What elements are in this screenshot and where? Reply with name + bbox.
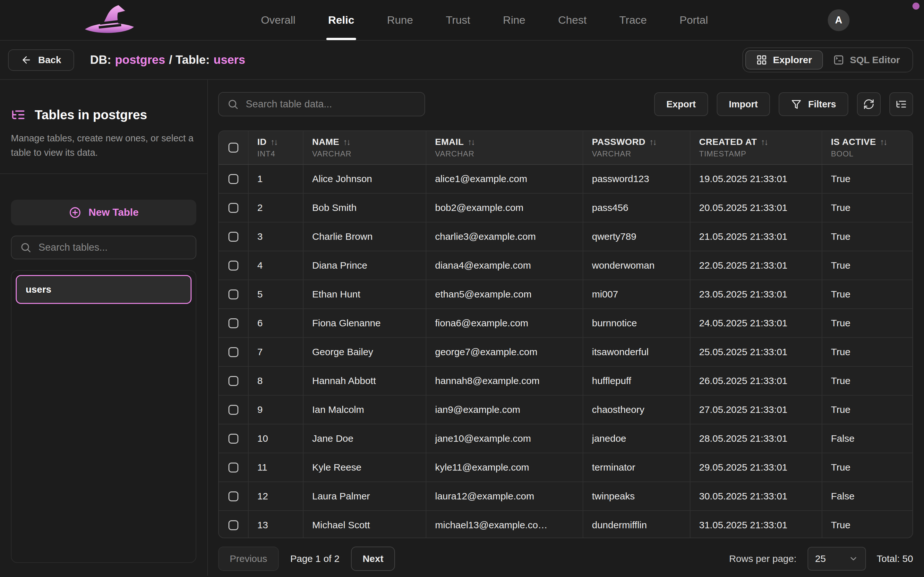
tab-rine[interactable]: Rine xyxy=(503,0,525,40)
explorer-label: Explorer xyxy=(773,55,812,65)
cell-email: michael13@example.co… xyxy=(426,511,583,538)
rows-per-page-select[interactable]: 25 xyxy=(808,547,866,571)
cell-email: diana4@example.com xyxy=(426,251,583,279)
cell-created-at: 29.05.2025 21:33:01 xyxy=(690,453,822,482)
corner-dot xyxy=(913,3,919,10)
cell-created-at: 28.05.2025 21:33:01 xyxy=(690,424,822,453)
cell-created-at: 23.05.2025 21:33:01 xyxy=(690,280,822,308)
back-button[interactable]: Back xyxy=(8,49,74,71)
row-checkbox[interactable] xyxy=(228,492,238,501)
filters-button[interactable]: Filters xyxy=(779,92,848,116)
schema-view-button[interactable] xyxy=(889,92,913,116)
row-checkbox[interactable] xyxy=(228,261,238,271)
tab-label: Overall xyxy=(261,14,296,26)
tab-trace[interactable]: Trace xyxy=(619,0,647,40)
cell-name: Alice Johnson xyxy=(303,165,426,193)
table-row: 6 Fiona Glenanne fiona6@example.com burn… xyxy=(219,309,913,338)
data-search xyxy=(218,92,425,116)
sort-icon[interactable]: ↑↓ xyxy=(649,137,656,147)
breadcrumb-bar: Back DB: postgres / Table: users Explore… xyxy=(0,41,924,80)
sort-icon[interactable]: ↑↓ xyxy=(343,137,350,147)
select-all-checkbox[interactable] xyxy=(228,143,238,153)
cell-created-at: 31.05.2025 21:33:01 xyxy=(690,511,822,538)
rows-per-page-value: 25 xyxy=(815,553,826,564)
row-checkbox[interactable] xyxy=(228,318,238,328)
cell-created-at: 21.05.2025 21:33:01 xyxy=(690,222,822,251)
main-panel: Export Import Filters xyxy=(208,80,924,576)
new-table-button[interactable]: New Table xyxy=(11,200,196,226)
row-checkbox[interactable] xyxy=(228,376,238,386)
previous-page-button[interactable]: Previous xyxy=(218,546,279,571)
sort-icon[interactable]: ↑↓ xyxy=(270,137,277,147)
cell-id: 12 xyxy=(248,482,303,510)
import-button[interactable]: Import xyxy=(717,92,770,116)
total-count: Total: 50 xyxy=(877,553,913,564)
avatar[interactable]: A xyxy=(828,9,850,31)
cell-created-at: 26.05.2025 21:33:01 xyxy=(690,367,822,395)
sort-icon[interactable]: ↑↓ xyxy=(761,137,767,147)
row-checkbox[interactable] xyxy=(228,463,238,472)
cell-created-at: 22.05.2025 21:33:01 xyxy=(690,251,822,279)
cell-name: George Bailey xyxy=(303,338,426,366)
tab-label: Trust xyxy=(446,14,470,26)
row-checkbox[interactable] xyxy=(228,232,238,242)
row-checkbox[interactable] xyxy=(228,520,238,530)
table-row: 1 Alice Johnson alice1@example.com passw… xyxy=(219,165,913,193)
arrow-left-icon xyxy=(21,55,32,65)
column-header-name[interactable]: NAME ↑↓ VARCHAR xyxy=(303,131,426,164)
row-checkbox[interactable] xyxy=(228,203,238,213)
table-toolbar: Export Import Filters xyxy=(218,92,913,116)
tab-chest[interactable]: Chest xyxy=(558,0,587,40)
row-checkbox[interactable] xyxy=(228,405,238,415)
column-header-created-at[interactable]: CREATED AT ↑↓ TIMESTAMP xyxy=(690,131,822,164)
app-logo[interactable] xyxy=(82,5,141,36)
sidebar-table-item-users[interactable]: users xyxy=(16,275,192,304)
cell-is-active: True xyxy=(822,251,913,279)
filters-label: Filters xyxy=(808,99,836,110)
column-type: VARCHAR xyxy=(312,149,417,158)
cell-password: twinpeaks xyxy=(583,482,690,510)
cell-password: terminator xyxy=(583,453,690,482)
export-label: Export xyxy=(666,99,696,110)
column-header-id[interactable]: ID ↑↓ INT4 xyxy=(248,131,303,164)
terminal-icon xyxy=(833,55,844,65)
cell-is-active: True xyxy=(822,511,913,538)
row-checkbox[interactable] xyxy=(228,347,238,357)
tab-overall[interactable]: Overall xyxy=(261,0,296,40)
row-checkbox[interactable] xyxy=(228,290,238,300)
cell-email: fiona6@example.com xyxy=(426,309,583,337)
tab-portal[interactable]: Portal xyxy=(680,0,708,40)
column-name: CREATED AT xyxy=(699,137,757,147)
cell-password: burnnotice xyxy=(583,309,690,337)
table-search-input[interactable] xyxy=(39,242,187,253)
sort-icon[interactable]: ↑↓ xyxy=(880,137,887,147)
row-checkbox[interactable] xyxy=(228,174,238,184)
column-type: BOOL xyxy=(831,149,904,158)
sql-editor-label: SQL Editor xyxy=(850,55,900,65)
column-header-password[interactable]: PASSWORD ↑↓ VARCHAR xyxy=(583,131,690,164)
sidebar-title: Tables in postgres xyxy=(35,108,147,122)
table-prefix: / Table: xyxy=(169,53,210,67)
cell-name: Ethan Hunt xyxy=(303,280,426,308)
tab-relic[interactable]: Relic xyxy=(328,0,354,40)
column-header-is-active[interactable]: IS ACTIVE ↑↓ BOOL xyxy=(822,131,913,164)
list-tree-icon xyxy=(11,107,26,122)
column-type: INT4 xyxy=(257,149,294,158)
cell-password: hufflepuff xyxy=(583,367,690,395)
refresh-button[interactable] xyxy=(857,92,881,116)
explorer-toggle[interactable]: Explorer xyxy=(745,50,823,69)
tab-label: Rine xyxy=(503,14,525,26)
cell-name: Bob Smith xyxy=(303,193,426,222)
row-checkbox[interactable] xyxy=(228,434,238,444)
export-button[interactable]: Export xyxy=(654,92,708,116)
column-header-email[interactable]: EMAIL ↑↓ VARCHAR xyxy=(426,131,583,164)
sql-editor-toggle[interactable]: SQL Editor xyxy=(823,50,910,69)
column-type: VARCHAR xyxy=(592,149,681,158)
cell-created-at: 30.05.2025 21:33:01 xyxy=(690,482,822,510)
tab-rune[interactable]: Rune xyxy=(387,0,413,40)
db-prefix: DB: xyxy=(90,53,111,67)
tab-trust[interactable]: Trust xyxy=(446,0,470,40)
sort-icon[interactable]: ↑↓ xyxy=(468,137,475,147)
next-page-button[interactable]: Next xyxy=(351,546,395,571)
data-search-input[interactable] xyxy=(246,98,416,110)
